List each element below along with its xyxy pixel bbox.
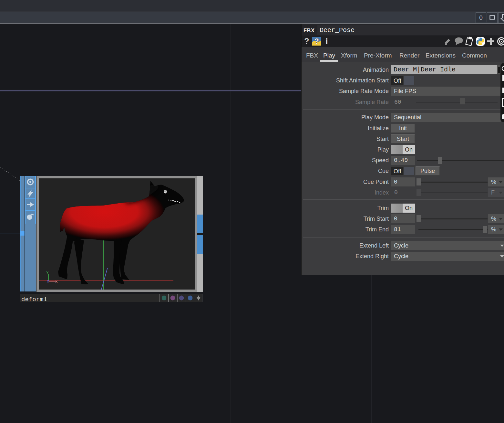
svg-text:?: ? xyxy=(314,37,319,46)
svg-text:z: z xyxy=(47,279,49,284)
svg-text:y: y xyxy=(46,270,49,274)
svg-text:x: x xyxy=(55,279,58,284)
